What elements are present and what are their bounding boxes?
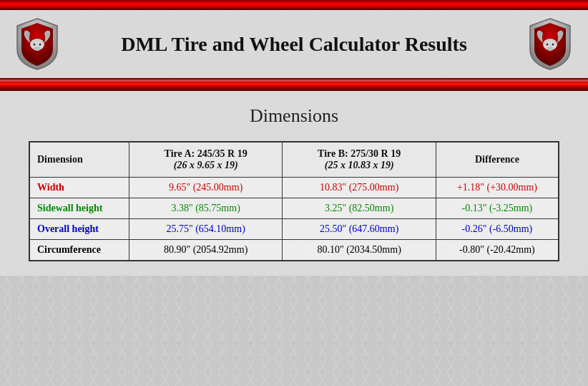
row-width-diff: +1.18" (+30.00mm) (436, 178, 559, 198)
row-overall-label: Overall height (29, 219, 129, 240)
page-title: DML Tire and Wheel Calculator Results (61, 33, 527, 56)
svg-point-2 (34, 47, 41, 51)
row-overall-diff: -0.26" (-6.50mm) (436, 219, 559, 240)
header: DML Tire and Wheel Calculator Results (0, 10, 588, 78)
svg-point-4 (39, 44, 41, 46)
col-header-difference: Difference (436, 142, 559, 178)
page-background: DML Tire and Wheel Calculator Results (0, 0, 588, 386)
main-content: Dimensions Dimension Tire A: 245/35 R 19… (0, 91, 588, 276)
ram-logo-left (14, 17, 61, 71)
row-width-tire-b: 10.83" (275.00mm) (283, 178, 436, 198)
row-sidewall-tire-a: 3.38" (85.75mm) (129, 198, 282, 219)
dimensions-table: Dimension Tire A: 245/35 R 19 (26 x 9.65… (29, 141, 559, 261)
col-header-tire-b: Tire B: 275/30 R 19 (25 x 10.83 x 19) (283, 142, 436, 178)
svg-point-3 (34, 44, 36, 46)
row-circumference-diff: -0.80" (-20.42mm) (436, 240, 559, 261)
col-header-dimension: Dimension (29, 142, 129, 178)
table-row-overall: Overall height 25.75" (654.10mm) 25.50" … (29, 219, 559, 240)
col-header-tire-a: Tire A: 245/35 R 19 (26 x 9.65 x 19) (129, 142, 282, 178)
svg-point-9 (552, 44, 554, 46)
table-row-circumference: Circumference 80.90" (2054.92mm) 80.10" … (29, 240, 559, 261)
red-divider-bar (0, 78, 588, 91)
row-overall-tire-a: 25.75" (654.10mm) (129, 219, 282, 240)
row-width-label: Width (29, 178, 129, 198)
table-row-width: Width 9.65" (245.00mm) 10.83" (275.00mm)… (29, 178, 559, 198)
row-sidewall-diff: -0.13" (-3.25mm) (436, 198, 559, 219)
row-circumference-tire-a: 80.90" (2054.92mm) (129, 240, 282, 261)
row-circumference-label: Circumference (29, 240, 129, 261)
row-sidewall-label: Sidewall height (29, 198, 129, 219)
dimensions-heading: Dimensions (29, 105, 559, 127)
row-overall-tire-b: 25.50" (647.60mm) (283, 219, 436, 240)
row-sidewall-tire-b: 3.25" (82.50mm) (283, 198, 436, 219)
table-row-sidewall: Sidewall height 3.38" (85.75mm) 3.25" (8… (29, 198, 559, 219)
top-banner (0, 0, 588, 10)
svg-point-7 (547, 47, 554, 51)
row-width-tire-a: 9.65" (245.00mm) (129, 178, 282, 198)
svg-point-8 (547, 44, 549, 46)
row-circumference-tire-b: 80.10" (2034.50mm) (283, 240, 436, 261)
ram-logo-right (527, 17, 574, 71)
